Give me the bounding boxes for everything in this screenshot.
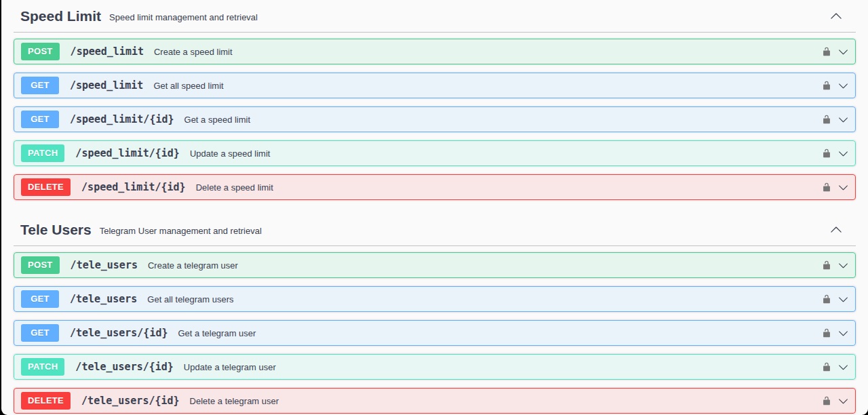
chevron-down-icon <box>838 81 848 91</box>
endpoint-row[interactable]: DELETE /speed_limit/{id} Delete a speed … <box>14 174 856 200</box>
unlocked-padlock-icon <box>822 182 831 193</box>
row-controls <box>822 361 855 372</box>
endpoint-summary: Get all telegram users <box>147 294 233 304</box>
expand-button[interactable] <box>838 328 848 338</box>
row-controls <box>822 182 855 193</box>
row-controls <box>822 148 855 159</box>
endpoint-path[interactable]: /tele_users/{id} <box>75 361 174 373</box>
row-controls <box>822 260 855 271</box>
section-description: Speed limit management and retrieval <box>109 12 258 22</box>
method-badge: PATCH <box>21 358 64 376</box>
auth-lock-button[interactable] <box>822 46 831 57</box>
expand-button[interactable] <box>838 182 848 193</box>
endpoint-path[interactable]: /speed_limit/{id} <box>75 147 180 159</box>
expand-button[interactable] <box>838 396 848 406</box>
auth-lock-button[interactable] <box>822 148 831 159</box>
auth-lock-button[interactable] <box>822 182 831 193</box>
unlocked-padlock-icon <box>822 46 831 57</box>
method-badge: GET <box>21 77 59 94</box>
section-header[interactable]: Speed Limit Speed limit management and r… <box>14 0 856 33</box>
unlocked-padlock-icon <box>822 148 831 159</box>
expand-button[interactable] <box>838 294 848 304</box>
unlocked-padlock-icon <box>822 80 831 91</box>
tag-section: Tele Users Telegram User management and … <box>14 214 856 414</box>
endpoint-row[interactable]: POST /tele_users Create a telegram user <box>14 252 856 278</box>
chevron-down-icon <box>838 149 848 159</box>
endpoint-summary: Get a telegram user <box>178 328 256 338</box>
endpoint-path[interactable]: /tele_users <box>71 259 138 271</box>
section-collapse-button[interactable] <box>830 10 842 22</box>
endpoint-path[interactable]: /speed_limit <box>71 45 144 58</box>
method-badge: DELETE <box>21 392 71 410</box>
swagger-page: Speed Limit Speed limit management and r… <box>1 0 868 415</box>
auth-lock-button[interactable] <box>822 80 831 91</box>
endpoint-row[interactable]: GET /tele_users Get all telegram users <box>14 286 856 312</box>
api-sections: Speed Limit Speed limit management and r… <box>1 0 868 414</box>
expand-button[interactable] <box>838 260 848 271</box>
section-description: Telegram User management and retrieval <box>100 226 262 236</box>
row-controls <box>822 80 855 91</box>
method-badge: PATCH <box>21 144 64 162</box>
method-badge: GET <box>21 111 59 128</box>
endpoint-path[interactable]: /tele_users/{id} <box>70 327 168 339</box>
expand-button[interactable] <box>838 47 848 57</box>
chevron-down-icon <box>838 294 848 304</box>
auth-lock-button[interactable] <box>822 328 831 338</box>
method-badge: GET <box>21 290 59 308</box>
chevron-down-icon <box>838 362 848 372</box>
row-controls <box>822 395 855 406</box>
unlocked-padlock-icon <box>822 114 831 125</box>
chevron-down-icon <box>838 328 848 338</box>
endpoint-row[interactable]: PATCH /speed_limit/{id} Update a speed l… <box>14 140 856 166</box>
endpoint-row[interactable]: DELETE /tele_users/{id} Delete a telegra… <box>14 388 856 414</box>
chevron-down-icon <box>838 396 848 406</box>
section-header[interactable]: Tele Users Telegram User management and … <box>14 214 856 246</box>
method-badge: POST <box>21 256 60 274</box>
chevron-down-icon <box>838 182 848 193</box>
method-badge: POST <box>21 43 60 60</box>
expand-button[interactable] <box>838 362 848 372</box>
endpoint-summary: Delete a speed limit <box>196 182 273 193</box>
endpoint-path[interactable]: /tele_users <box>70 293 137 305</box>
endpoint-row[interactable]: GET /speed_limit Get all speed limit <box>14 73 856 98</box>
endpoint-row[interactable]: GET /speed_limit/{id} Get a speed limit <box>14 106 856 132</box>
auth-lock-button[interactable] <box>822 361 831 372</box>
endpoint-row[interactable]: PATCH /tele_users/{id} Update a telegram… <box>14 354 856 380</box>
row-controls <box>822 294 855 304</box>
tag-section: Speed Limit Speed limit management and r… <box>14 0 856 200</box>
chevron-up-icon <box>830 10 842 22</box>
section-collapse-button[interactable] <box>830 224 842 236</box>
row-controls <box>822 114 855 125</box>
expand-button[interactable] <box>838 115 848 125</box>
section-body: POST /tele_users Create a telegram user … <box>14 246 856 414</box>
auth-lock-button[interactable] <box>822 395 831 406</box>
unlocked-padlock-icon <box>822 260 831 271</box>
endpoint-summary: Get a speed limit <box>184 115 251 125</box>
endpoint-row[interactable]: GET /tele_users/{id} Get a telegram user <box>14 320 856 346</box>
chevron-down-icon <box>838 115 848 125</box>
endpoint-path[interactable]: /tele_users/{id} <box>81 395 180 407</box>
endpoint-summary: Create a speed limit <box>154 47 233 57</box>
auth-lock-button[interactable] <box>822 260 831 271</box>
endpoint-summary: Create a telegram user <box>148 260 238 271</box>
method-badge: GET <box>21 324 59 342</box>
unlocked-padlock-icon <box>822 294 831 304</box>
unlocked-padlock-icon <box>822 361 831 372</box>
endpoint-summary: Update a telegram user <box>184 362 276 372</box>
section-body: POST /speed_limit Create a speed limit G… <box>14 33 856 200</box>
endpoint-path[interactable]: /speed_limit <box>70 79 143 92</box>
endpoint-path[interactable]: /speed_limit/{id} <box>70 113 174 125</box>
row-controls <box>822 46 855 57</box>
chevron-down-icon <box>838 260 848 271</box>
expand-button[interactable] <box>838 81 848 91</box>
section-title[interactable]: Tele Users <box>20 221 92 239</box>
endpoint-row[interactable]: POST /speed_limit Create a speed limit <box>14 39 856 64</box>
section-title[interactable]: Speed Limit <box>20 7 101 25</box>
endpoint-summary: Update a speed limit <box>190 149 271 159</box>
unlocked-padlock-icon <box>822 328 831 338</box>
expand-button[interactable] <box>838 149 848 159</box>
auth-lock-button[interactable] <box>822 114 831 125</box>
chevron-down-icon <box>838 47 848 57</box>
endpoint-path[interactable]: /speed_limit/{id} <box>81 181 186 193</box>
auth-lock-button[interactable] <box>822 294 831 304</box>
